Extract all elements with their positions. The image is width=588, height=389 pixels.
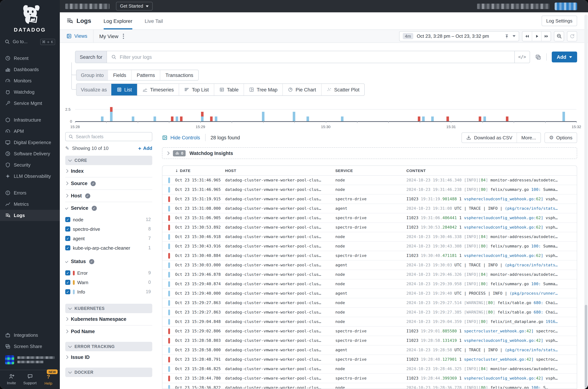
facet-section-docker[interactable]: DOCKER [65,368,152,377]
histogram-bar[interactable] [431,117,434,121]
sidebar-item-service-mgmt[interactable]: Service Mgmt [0,97,60,109]
viz-option-list[interactable]: List [111,84,137,96]
viz-option-scatter-plot[interactable]: Scatter Plot [321,84,364,96]
footer-help[interactable]: NEW?Help [39,373,58,385]
sidebar-item-errors[interactable]: Errors [0,187,60,198]
options-button[interactable]: ⚙ Options [544,132,577,143]
sidebar-item-llm-observability[interactable]: LLM Observability [0,170,60,182]
histogram-bar[interactable] [180,117,183,121]
table-row[interactable]: Oct 23 15:28:36.822datadog-cluster-vmwar… [162,383,577,389]
facet-search-input[interactable]: Search facets [65,132,152,141]
table-row[interactable]: Oct 23 15:30:43.916datadog-cluster-vmwar… [162,242,577,251]
footer-invite[interactable]: Invite [2,373,21,385]
watchdog-insights-row[interactable]: 0 Watchdog Insights [162,147,577,159]
group-option-transactions[interactable]: Transactions [160,70,198,80]
sidebar-item-metrics[interactable]: Metrics [0,198,60,210]
histogram-bar[interactable] [201,112,204,121]
viz-option-top-list[interactable]: Top List [179,84,214,96]
histogram-bar[interactable] [479,117,481,121]
tab-live-tail[interactable]: Live Tail [145,12,163,29]
query-syntax-button[interactable]: </> [514,51,530,63]
histogram-bar[interactable] [132,117,135,121]
facet-section-core[interactable]: CORE [65,156,152,165]
histogram-bar[interactable] [418,117,420,121]
table-row[interactable]: Oct 23 15:28:58.000datadog-cluster-vmwar… [162,345,577,355]
sidebar-item-infrastructure[interactable]: Infrastructure [0,114,60,126]
facet-value-kube-vip-arp-cache-cleaner[interactable]: ✓kube-vip-arp-cache-cleaner1 [65,243,152,253]
view-menu-kebab[interactable] [123,33,124,39]
histogram-bar[interactable] [506,117,508,121]
table-row[interactable]: Oct 23 15:28:48.791datadog-cluster-vmwar… [162,355,577,364]
group-option-patterns[interactable]: Patterns [131,70,160,80]
table-row[interactable]: Oct 23 15:29:40.000datadog-cluster-vmwar… [162,289,577,298]
scrollbar-thumb[interactable] [585,305,587,388]
histogram-bar[interactable] [154,117,156,121]
shift-forward-button[interactable] [541,32,551,41]
footer-support[interactable]: Support [21,373,39,385]
more-button[interactable]: More... [517,133,540,142]
histogram-bar[interactable] [175,117,178,121]
refresh-button[interactable] [567,31,577,41]
column-content[interactable]: CONTENT [406,168,577,173]
sidebar-item-logs[interactable]: Logs [0,210,60,221]
histogram-bar[interactable] [293,112,295,121]
table-row[interactable]: Oct 23 15:30:46.918datadog-cluster-vmwar… [162,232,577,242]
sidebar-item-security[interactable]: Security [0,159,60,170]
sidebar-item-apm[interactable]: APM [0,126,60,137]
facet-value-error[interactable]: ✓Error9 [65,268,152,278]
datadog-logo[interactable]: DATADOG [0,0,60,33]
get-started-button[interactable]: Get Started [116,2,153,10]
histogram-bar[interactable] [101,117,103,121]
facet-value-node[interactable]: ✓node12 [65,215,152,224]
checkbox-checked[interactable]: ✓ [65,245,70,250]
table-row[interactable]: Oct 23 15:29:40.874datadog-cluster-vmwar… [162,279,577,289]
histogram-bar[interactable] [110,107,112,121]
tab-log-explorer[interactable]: Log Explorer [104,12,132,29]
checkbox-checked[interactable]: ✓ [65,280,70,285]
copy-icon[interactable] [535,54,541,60]
table-row[interactable]: Oct 23 15:28:46.825datadog-cluster-vmwar… [162,364,577,374]
sidebar-item-integrations[interactable]: Integrations [0,329,60,341]
table-row[interactable]: Oct 23 15:31:08.000datadog-cluster-vmwar… [162,204,577,213]
table-row[interactable]: Oct 23 15:31:46.965datadog-cluster-vmwar… [162,176,577,185]
column-host[interactable]: HOST [225,168,335,173]
histogram-bar[interactable] [563,112,565,121]
hide-controls-button[interactable]: Hide Controls [162,135,200,140]
facet-section-error-tracking[interactable]: ERROR TRACKING [65,342,152,351]
table-row[interactable]: Oct 23 15:29:46.878datadog-cluster-vmwar… [162,270,577,279]
viz-option-table[interactable]: Table [214,84,244,96]
histogram-bar[interactable] [306,117,309,121]
table-row[interactable]: Oct 23 15:29:02.806datadog-cluster-vmwar… [162,326,577,336]
facet-pod-name[interactable]: Pod Name [65,325,152,337]
table-row[interactable]: Oct 23 15:28:58.803datadog-cluster-vmwar… [162,336,577,345]
table-row[interactable]: Oct 23 15:30:53.892datadog-cluster-vmwar… [162,223,577,232]
sidebar-item-software-delivery[interactable]: Software Delivery [0,148,60,159]
views-button[interactable]: Views [66,33,87,39]
histogram-bar[interactable] [341,117,343,121]
group-option-fields[interactable]: Fields [108,70,131,80]
checkbox-checked[interactable]: ✓ [65,227,70,231]
facet-value-warn[interactable]: ✓Warn0 [65,278,152,287]
facet-kubernetes-namespace[interactable]: Kubernetes Namespace [65,313,152,325]
topbar-blue-button-redacted[interactable] [555,2,577,10]
sidebar-item-dashboards[interactable]: Dashboards [0,64,60,75]
table-row[interactable]: Oct 23 15:29:27.863datadog-cluster-vmwar… [162,308,577,317]
play-button[interactable] [532,32,541,41]
shift-back-button[interactable] [522,32,532,41]
facet-service[interactable]: Service✓ [65,202,152,214]
table-row[interactable]: Oct 23 15:30:40.884datadog-cluster-vmwar… [162,251,577,260]
edit-pencil-icon[interactable]: ✎ [65,146,69,151]
sidebar-item-watchdog[interactable]: Watchdog [0,86,60,97]
table-row[interactable]: Oct 23 15:31:46.965datadog-cluster-vmwar… [162,185,577,194]
histogram-bar[interactable] [262,112,264,121]
pin-icon[interactable] [504,33,509,39]
facet-host[interactable]: Host✓ [65,190,152,202]
table-row[interactable]: Oct 23 15:30:03.000datadog-cluster-vmwar… [162,260,577,270]
zoom-out-button[interactable] [554,31,564,41]
sidebar-item-digital-experience[interactable]: Digital Experience [0,137,60,148]
histogram-bar[interactable] [422,117,425,121]
facet-status[interactable]: Status✓ [65,256,152,267]
table-row[interactable]: Oct 23 15:29:04.848datadog-cluster-vmwar… [162,317,577,326]
histogram-bar[interactable] [210,117,213,121]
histogram-bar[interactable] [215,117,217,121]
